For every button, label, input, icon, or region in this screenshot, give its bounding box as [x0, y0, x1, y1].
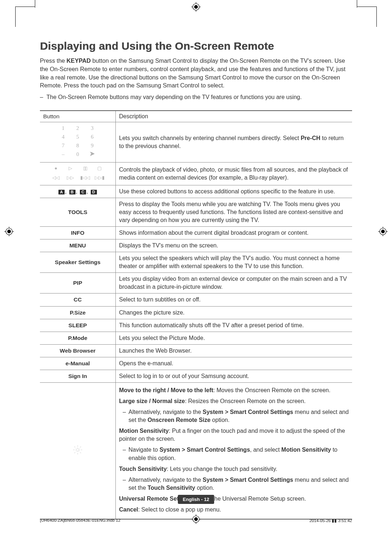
row-pmode: P.Mode Lets you select the Picture Mode.	[40, 332, 352, 344]
header-button: Button	[40, 111, 116, 122]
row-web-browser: Web Browser Launches the Web Browser.	[40, 344, 352, 357]
manual-page: Displaying and Using the On-Screen Remot…	[0, 0, 392, 542]
crop-mark	[376, 7, 377, 27]
fast-forward-icon: ▷▷	[67, 175, 74, 182]
svg-point-16	[77, 449, 79, 451]
header-description: Description	[116, 111, 352, 122]
keypad-key: 2	[76, 125, 79, 133]
txt: Alternatively, navigate to the	[128, 409, 203, 415]
keypad-key: 0	[76, 151, 79, 159]
cell-playback-button: ● ▷ ▯▯ ▢ ◁◁ ▷▷ ▮◁◁ ▷▷▮	[40, 162, 116, 185]
row-playback: ● ▷ ▯▯ ▢ ◁◁ ▷▷ ▮◁◁ ▷▷▮ Controls the play…	[40, 162, 352, 185]
txt: option.	[211, 417, 229, 423]
document-filename: [UH6400-ZA]BN68-05843E-01ENG.indb 12	[40, 518, 121, 523]
path-bold: System > Smart Control Settings	[203, 477, 293, 483]
skip-back-icon: ▮◁◁	[80, 175, 90, 182]
gear-cancel-label: Cancel	[119, 506, 138, 513]
label-speaker: Speaker Settings	[40, 252, 116, 273]
cell-color-button: A, B, C, D	[40, 185, 116, 198]
cell-playback-desc: Controls the playback of video, photo, o…	[116, 162, 352, 185]
desc-tools: Press to display the Tools menu while yo…	[116, 198, 352, 226]
intro-text-pre: Press the	[40, 57, 66, 64]
keypad-key: –	[62, 151, 65, 159]
keypad-desc-bold: Pre-CH	[301, 135, 320, 141]
keypad-key: 1	[62, 125, 65, 133]
gear-size-sub: Alternatively, navigate to the System > …	[128, 408, 349, 424]
table-header-row: Button Description	[40, 111, 352, 122]
page-footer: English - 12	[0, 495, 392, 504]
crop-mark	[357, 7, 377, 7]
row-tools: TOOLS Press to display the Tools menu wh…	[40, 198, 352, 226]
document-timestamp: 2014-05-26 ▮▮ 3:51:42	[309, 518, 352, 523]
label-sleep: SLEEP	[40, 319, 116, 332]
gear-touch-text: : Lets you change the touch pad sensitiv…	[167, 466, 277, 472]
svg-line-21	[74, 447, 75, 448]
keypad-desc-pre: Lets you switch channels by entering cha…	[119, 135, 301, 141]
cell-keypad-button: 1 2 3 4 5 6 7 8 9 – 0 ⮞	[40, 122, 116, 162]
desc-web: Launches the Web Browser.	[116, 344, 352, 357]
color-b-icon: B	[69, 190, 75, 194]
label-pmode: P.Mode	[40, 332, 116, 344]
svg-line-23	[80, 447, 81, 448]
txt: option.	[195, 485, 214, 491]
svg-point-15	[381, 230, 385, 233]
stop-icon: ▢	[97, 165, 102, 173]
registration-mark-right	[378, 227, 388, 238]
record-icon: ●	[54, 165, 57, 173]
desc-pip: Lets you display video from an external …	[116, 273, 352, 293]
label-pip: PIP	[40, 273, 116, 293]
intro-paragraph: Press the KEYPAD button on the Samsung S…	[40, 57, 352, 90]
crop-mark	[15, 7, 16, 27]
label-web: Web Browser	[40, 344, 116, 357]
row-cc: CC Select to turn subtitles on or off.	[40, 293, 352, 306]
cell-color-desc: Use these colored buttons to access addi…	[116, 185, 352, 198]
gear-size-label: Large size / Normal size	[119, 398, 185, 404]
registration-mark-top	[191, 2, 201, 13]
desc-menu: Displays the TV's menu on the screen.	[116, 239, 352, 252]
page-number-badge: English - 12	[178, 495, 215, 504]
crop-mark	[35, 0, 35, 8]
desc-emanual: Opens the e-manual.	[116, 357, 352, 370]
svg-point-3	[195, 5, 198, 9]
desc-pmode: Lets you select the Picture Mode.	[116, 332, 352, 344]
intro-note-list: The On-Screen Remote buttons may vary de…	[40, 93, 352, 101]
gear-touch-sub: Alternatively, navigate to the System > …	[128, 476, 349, 492]
keypad-grid-icon: 1 2 3 4 5 6 7 8 9 – 0 ⮞	[57, 125, 98, 159]
cell-keypad-desc: Lets you switch channels by entering cha…	[116, 122, 352, 162]
gear-icon	[72, 444, 83, 455]
label-psize: P.Size	[40, 306, 116, 319]
desc-psize: Changes the picture size.	[116, 306, 352, 319]
button-description-table: Button Description 1 2 3 4 5 6 7 8 9 – 0…	[40, 110, 352, 520]
row-info: INFO Shows information about the current…	[40, 226, 352, 239]
skip-forward-icon: ▷▷▮	[95, 175, 105, 182]
keypad-key: 7	[62, 143, 65, 151]
color-d-icon: D	[91, 190, 97, 194]
label-info: INFO	[40, 226, 116, 239]
gear-cancel-text: : Select to close a pop up menu.	[138, 506, 221, 513]
keypad-key: 4	[62, 134, 65, 142]
crop-mark	[15, 7, 35, 7]
registration-mark-left	[4, 227, 14, 238]
page-title: Displaying and Using the On-Screen Remot…	[40, 40, 352, 52]
option-bold: Motion Sensitivity	[281, 447, 331, 453]
gear-touch-label: Touch Sensitivity	[119, 466, 167, 472]
desc-info: Shows information about the current digi…	[116, 226, 352, 239]
row-emanual: e-Manual Opens the e-manual.	[40, 357, 352, 370]
label-cc: CC	[40, 293, 116, 306]
play-icon: ▷	[69, 165, 72, 173]
row-signin: Sign In Select to log in to or out of yo…	[40, 370, 352, 382]
color-c-icon: C	[80, 190, 86, 194]
txt: , and select	[250, 447, 281, 453]
label-emanual: e-Manual	[40, 357, 116, 370]
option-bold: Touch Sensitivity	[147, 485, 195, 491]
row-pip: PIP Lets you display video from an exter…	[40, 273, 352, 293]
txt: Alternatively, navigate to the	[128, 477, 203, 483]
txt: Navigate to	[128, 447, 159, 453]
intro-note-item: The On-Screen Remote buttons may vary de…	[46, 93, 352, 101]
svg-point-11	[8, 230, 11, 233]
pause-icon: ▯▯	[83, 165, 87, 173]
keypad-key: 5	[76, 134, 79, 142]
path-bold: System > Smart Control Settings	[159, 447, 250, 453]
label-signin: Sign In	[40, 370, 116, 382]
row-psize: P.Size Changes the picture size.	[40, 306, 352, 319]
